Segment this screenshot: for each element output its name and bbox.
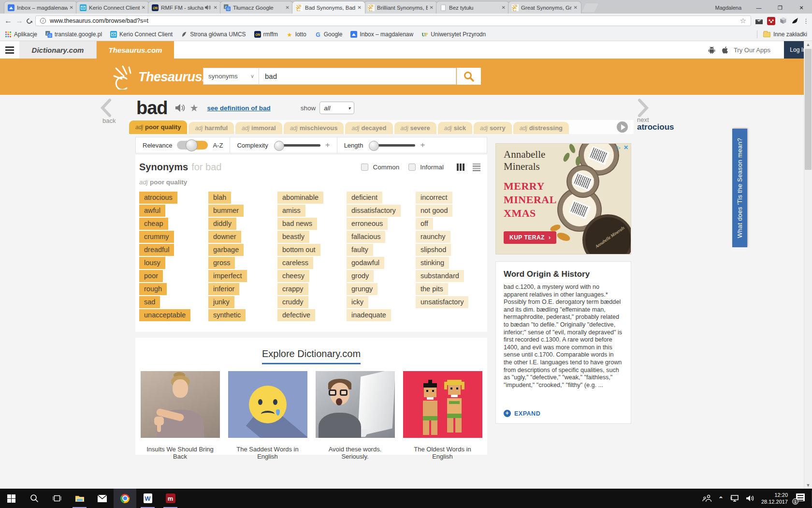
search-button[interactable] [457,68,481,85]
taskbar-search-icon[interactable] [23,489,45,508]
tab-close-icon[interactable]: ✕ [286,5,290,10]
synonym-pill[interactable]: garbage [208,244,244,256]
synonym-pill[interactable]: crappy [277,283,308,295]
synonym-pill[interactable]: junky [208,296,234,308]
pos-tab-immoral[interactable]: adjimmoral [235,122,282,134]
pronounce-speaker-icon[interactable] [174,103,185,113]
show-select[interactable]: all [319,102,354,114]
pos-tab-sick[interactable]: adjsick [438,122,472,134]
explore-card[interactable]: Insults We Should Bring Back [141,371,220,460]
pos-tab-sorry[interactable]: adjsorry [474,122,512,134]
synonym-pill[interactable]: defective [277,309,315,321]
back-arrow-icon[interactable]: ← [4,17,12,25]
search-input[interactable] [259,68,456,85]
synonym-pill[interactable]: stinking [416,257,449,269]
synonym-pill[interactable]: deficient [347,192,382,204]
synonym-pill[interactable]: cheesy [277,270,309,282]
minimize-button[interactable]: — [748,2,769,14]
ad-cta-button[interactable]: KUP TERAZ› [504,231,556,244]
synonym-pill[interactable]: fallacious [347,231,385,243]
tab-close-icon[interactable]: ✕ [70,5,73,10]
bookmark-item[interactable]: Aplikacje [5,31,37,38]
people-tray-icon[interactable] [702,494,712,502]
address-bar[interactable]: i ☆ [35,15,751,26]
length-slider[interactable] [371,144,415,147]
see-definition-link[interactable]: see definition of bad [207,105,271,112]
synonym-pill[interactable]: bummer [208,205,244,217]
word-app-icon[interactable]: W [136,489,159,508]
informal-checkbox[interactable] [408,164,416,171]
bookmark-item[interactable]: GGoogle [315,31,343,38]
reload-icon[interactable] [26,17,33,25]
tab-close-icon[interactable]: ✕ [142,5,145,10]
tab-close-icon[interactable]: ✕ [214,5,218,10]
browser-tab[interactable]: Bez tytułu✕ [436,1,509,14]
tab-close-icon[interactable]: ✕ [574,5,578,10]
synonym-pill[interactable]: synthetic [208,309,246,321]
tab-close-icon[interactable]: ✕ [358,5,362,10]
explore-card[interactable]: The Oldest Words in English [403,371,482,460]
synonym-pill[interactable]: bottom out [277,244,320,256]
synonym-pill[interactable]: incorrect [416,192,452,204]
file-explorer-icon[interactable] [68,489,91,508]
browser-tab[interactable]: Great Synonyms, Gre✕ [508,1,581,14]
mendeley-extension-icon[interactable] [767,16,775,25]
synonym-pill[interactable]: grungy [347,283,377,295]
bookmark-item[interactable]: AGtranslate.google.pl [45,31,102,38]
nav-tab-dictionary[interactable]: Dictionary.com [19,41,97,59]
action-center-icon[interactable]: 1 [794,493,805,503]
pos-tab-decayed[interactable]: adjdecayed [345,122,392,134]
synonym-pill[interactable]: beastly [277,231,309,243]
synonym-pill[interactable]: dreadful [139,244,174,256]
ad-close-icon[interactable]: ✕ [624,144,628,151]
pos-tab-mischievous[interactable]: adjmischievous [284,122,344,134]
browser-tab[interactable]: Bad Synonyms, Bad A✕ [292,1,365,14]
browser-tab[interactable]: AGTłumacz Google✕ [220,1,293,14]
nav-tab-thesaurus[interactable]: Thesaurus.com [97,41,174,59]
column-view-icon[interactable] [457,164,464,171]
synonym-pill[interactable]: unsatisfactory [416,296,468,308]
browser-tab[interactable]: Kerio Connect Client✕ [76,1,149,14]
bookmark-item[interactable]: Kerio Connect Client [110,31,173,38]
bookmark-item[interactable]: Inbox – magdalenaw [350,31,413,38]
browser-tab[interactable]: Brilliant Synonyms, B✕ [364,1,437,14]
synonym-pill[interactable]: cheap [139,218,168,230]
synonym-pill[interactable]: bad news [277,218,317,230]
network-tray-icon[interactable] [730,494,740,502]
close-button[interactable]: ✕ [791,2,812,14]
favorite-star-icon[interactable]: ★ [190,102,199,114]
try-our-apps-link[interactable]: Try Our Apps [734,46,770,54]
bookmark-item[interactable]: Strona główna UMCS [181,31,246,38]
browser-menu-icon[interactable]: ⋮ [803,20,808,22]
synonym-pill[interactable]: icky [347,296,368,308]
taskbar-clock[interactable]: 12:20 28.12.2017 [761,492,788,506]
synonym-pill[interactable]: gross [208,257,235,269]
bookmark-item[interactable]: ★lotto [286,31,306,38]
synonym-pill[interactable]: imperfect [208,270,247,282]
pos-tab-poor-quality[interactable]: adjpoor quality [129,120,187,134]
browser-tab[interactable]: Inbox – magdalenaw✕ [4,1,77,14]
chrome-taskbar-icon[interactable] [114,489,136,508]
task-view-icon[interactable] [45,489,68,508]
synonym-pill[interactable]: erroneous [347,218,388,230]
adchoices-icon[interactable]: ▷ [616,144,621,151]
synonym-pill[interactable]: off [416,218,433,230]
synonym-pill[interactable]: faulty [347,244,373,256]
synonym-pill[interactable]: inadequate [347,309,391,321]
page-info-icon[interactable]: i [40,18,46,24]
bookmark-star-icon[interactable]: ☆ [740,16,746,25]
hamburger-menu-icon[interactable] [0,41,19,59]
tab-close-icon[interactable]: ✕ [502,5,506,10]
tab-audio-icon[interactable] [204,4,211,11]
explore-card[interactable]: The Saddest Words in English [228,371,307,460]
synonym-pill[interactable]: poor [139,270,163,282]
list-view-icon[interactable] [473,164,480,171]
synonym-pill[interactable]: careless [277,257,313,269]
search-category-select[interactable]: synonyms [203,68,259,85]
synonym-pill[interactable]: grody [347,270,374,282]
synonym-pill[interactable]: amiss [277,205,305,217]
synonym-pill[interactable]: rough [139,283,167,295]
synonym-pill[interactable]: lousy [139,257,165,269]
synonym-pill[interactable]: downer [208,231,241,243]
inbox-extension-icon[interactable] [754,16,763,25]
